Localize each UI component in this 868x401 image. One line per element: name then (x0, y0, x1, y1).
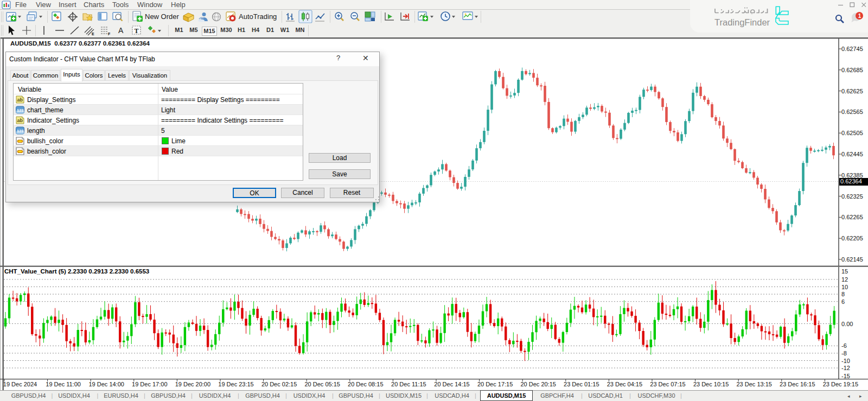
svg-text:T: T (135, 27, 139, 35)
svg-text:F: F (108, 32, 111, 36)
svg-text:ab: ab (17, 118, 23, 123)
svg-text:123: 123 (17, 129, 24, 133)
svg-text:1: 1 (858, 13, 861, 19)
svg-text:A: A (118, 26, 124, 35)
svg-text:123: 123 (17, 108, 24, 113)
svg-text:E: E (92, 32, 94, 36)
svg-text:ab: ab (17, 97, 23, 103)
